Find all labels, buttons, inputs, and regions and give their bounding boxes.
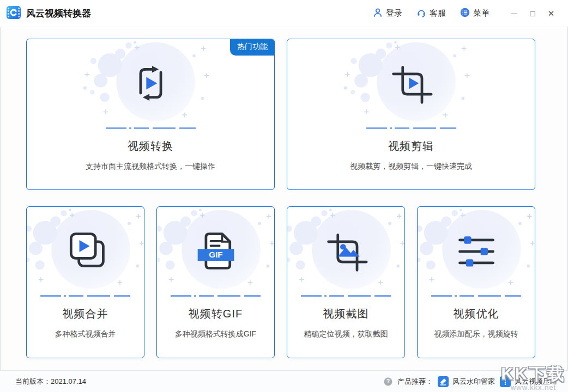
card-video-edit[interactable]: 视频剪辑 视频裁剪，视频剪辑，一键快速完成 — [287, 39, 535, 190]
sliders-icon — [460, 236, 493, 266]
menu-button[interactable]: 菜单 — [460, 8, 490, 19]
card-art — [287, 39, 535, 127]
login-label: 登录 — [386, 8, 402, 19]
promo-label: 产品推荐： — [397, 377, 433, 387]
promo-item-label: 风云视频压缩 — [515, 377, 557, 387]
version-label: 当前版本：2021.07.14 — [15, 377, 86, 387]
card-art — [287, 207, 404, 295]
promo-item-label: 风云水印管家 — [452, 377, 495, 387]
menu-icon — [460, 8, 470, 19]
card-title: 视频转换 — [128, 139, 173, 154]
promo-video-compress[interactable]: 风云视频压缩 — [500, 376, 557, 387]
card-subtitle: 视频添加配乐，视频旋转 — [434, 329, 518, 339]
card-subtitle: 支持市面主流视频格式转换，一键操作 — [86, 162, 215, 171]
card-art — [418, 207, 535, 295]
card-subtitle: 多种格式视频合并 — [55, 329, 116, 339]
hot-feature-badge: 热门功能 — [230, 39, 275, 56]
dash-divider — [171, 295, 261, 297]
card-subtitle: 视频裁剪，视频剪辑，一键快速完成 — [350, 162, 472, 171]
user-icon — [373, 8, 383, 19]
help-icon: ? — [384, 377, 392, 386]
dash-divider — [366, 127, 456, 129]
dash-divider — [431, 295, 521, 297]
menu-label: 菜单 — [473, 8, 490, 19]
card-video-snapshot[interactable]: 视频截图 精确定位视频，获取截图 — [287, 206, 405, 358]
close-button[interactable]: ✕ — [542, 9, 560, 19]
card-title: 视频截图 — [323, 307, 369, 321]
app-title: 风云视频转换器 — [26, 7, 91, 20]
card-art — [27, 207, 144, 295]
svg-text:GIF: GIF — [209, 250, 222, 259]
login-button[interactable]: 登录 — [373, 8, 402, 19]
card-video-merge[interactable]: 视频合并 多种格式视频合并 — [26, 206, 144, 358]
card-video-convert[interactable]: 热门功能 — [26, 39, 275, 190]
dash-divider — [301, 295, 391, 297]
statusbar: 当前版本：2021.07.14 ? 产品推荐： 风云水印管家 — [0, 370, 568, 392]
card-title: 视频剪辑 — [388, 139, 434, 154]
headset-icon — [416, 8, 426, 19]
dash-divider — [106, 127, 196, 129]
card-subtitle: 多种视频格式转换成GIF — [175, 329, 256, 339]
promo-watermark-manager[interactable]: 风云水印管家 — [438, 376, 495, 387]
titlebar: 风云视频转换器 登录 客服 — [0, 0, 568, 27]
customer-service-button[interactable]: 客服 — [416, 8, 446, 19]
card-title: 视频转GIF — [189, 307, 243, 321]
maximize-button[interactable]: □ — [523, 9, 542, 18]
card-video-to-gif[interactable]: GIF 视频转GIF 多种视频格式转换成GIF — [156, 206, 275, 358]
card-art: GIF — [157, 207, 274, 295]
feature-grid: 热门功能 — [0, 27, 568, 358]
dash-divider — [40, 295, 130, 297]
svg-text:?: ? — [386, 378, 390, 384]
app-logo-icon — [7, 6, 21, 21]
watermark-app-icon — [438, 376, 449, 387]
card-subtitle: 精确定位视频，获取截图 — [304, 329, 388, 339]
card-title: 视频合并 — [63, 307, 108, 321]
compress-app-icon — [500, 376, 511, 387]
minimize-button[interactable]: ─ — [505, 9, 523, 18]
card-title: 视频优化 — [454, 307, 499, 321]
card-video-optimize[interactable]: 视频优化 视频添加配乐，视频旋转 — [417, 206, 535, 358]
service-label: 客服 — [430, 8, 446, 19]
